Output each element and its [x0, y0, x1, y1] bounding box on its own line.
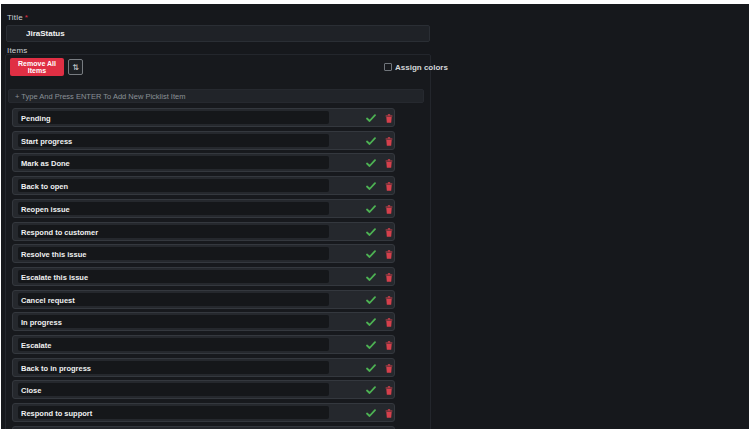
app-background: Title* Items Remove All Items ⇅ Assign c… [1, 4, 749, 429]
picklist-item-row: Pending [12, 108, 395, 127]
trash-icon [385, 114, 393, 123]
delete-item-button[interactable] [383, 408, 395, 419]
trash-icon [385, 273, 393, 282]
add-picklist-item-input[interactable] [8, 89, 424, 103]
confirm-item-button[interactable] [365, 181, 377, 192]
delete-item-button[interactable] [383, 385, 395, 396]
confirm-item-button[interactable] [365, 340, 377, 351]
assign-colors-control: Assign colors [384, 62, 448, 72]
title-field-label: Title* [7, 13, 28, 22]
picklist-item-input[interactable]: Back to open [18, 179, 329, 192]
delete-item-button[interactable] [383, 204, 395, 215]
assign-colors-checkbox[interactable] [384, 63, 392, 71]
picklist-item-label: Respond to customer [21, 228, 98, 237]
check-icon [366, 114, 376, 123]
picklist-item-row: Reopen issue [12, 199, 395, 218]
picklist-item-label: Close [21, 386, 41, 395]
confirm-item-button[interactable] [365, 363, 377, 374]
delete-item-button[interactable] [383, 249, 395, 260]
check-icon [366, 364, 376, 373]
picklist-item-input[interactable]: In progress [18, 315, 329, 328]
picklist-item-row: Close [12, 380, 395, 399]
picklist-item-label: Escalate [21, 341, 51, 350]
trash-icon [385, 250, 393, 259]
picklist-item-label: Pending [21, 114, 51, 123]
confirm-item-button[interactable] [365, 249, 377, 260]
delete-item-button[interactable] [383, 272, 395, 283]
trash-icon [385, 137, 393, 146]
remove-all-items-button[interactable]: Remove All Items [10, 58, 64, 76]
picklist-item-input[interactable]: Start progress [18, 134, 329, 147]
trash-icon [385, 386, 393, 395]
confirm-item-button[interactable] [365, 408, 377, 419]
trash-icon [385, 296, 393, 305]
assign-colors-label: Assign colors [395, 63, 448, 72]
confirm-item-button[interactable] [365, 227, 377, 238]
check-icon [366, 386, 376, 395]
picklist-item-input[interactable]: Pending [18, 111, 329, 124]
picklist-item-label: Back to in progress [21, 364, 91, 373]
picklist-item-input[interactable]: Mark as Done [18, 156, 329, 169]
delete-item-button[interactable] [383, 295, 395, 306]
check-icon [366, 250, 376, 259]
picklist-item-label: Respond to support [21, 409, 92, 418]
picklist-item-row: Back to in progress [12, 358, 395, 377]
sort-items-button[interactable]: ⇅ [68, 59, 83, 75]
trash-icon [385, 409, 393, 418]
confirm-item-button[interactable] [365, 317, 377, 328]
picklist-item-label: Back to open [21, 182, 68, 191]
delete-item-button[interactable] [383, 158, 395, 169]
picklist-item-input[interactable]: Respond to support [18, 406, 329, 419]
confirm-item-button[interactable] [365, 158, 377, 169]
picklist-item-row: Escalate this issue [12, 267, 395, 286]
confirm-item-button[interactable] [365, 136, 377, 147]
title-input[interactable] [6, 25, 430, 42]
delete-item-button[interactable] [383, 227, 395, 238]
trash-icon [385, 364, 393, 373]
delete-item-button[interactable] [383, 136, 395, 147]
picklist-item-label: Start progress [21, 137, 72, 146]
trash-icon [385, 318, 393, 327]
picklist-item-row: Cancel request [12, 290, 395, 309]
delete-item-button[interactable] [383, 181, 395, 192]
check-icon [366, 273, 376, 282]
delete-item-button[interactable] [383, 363, 395, 374]
confirm-item-button[interactable] [365, 385, 377, 396]
picklist-item-row: In progress [12, 312, 395, 331]
picklist-item-row: Waiting for approval [12, 426, 395, 429]
delete-item-button[interactable] [383, 340, 395, 351]
sort-arrows-icon: ⇅ [72, 63, 79, 72]
picklist-item-input[interactable]: Reopen issue [18, 202, 329, 215]
check-icon [366, 159, 376, 168]
picklist-item-input[interactable]: Escalate this issue [18, 270, 329, 283]
trash-icon [385, 182, 393, 191]
title-label-text: Title [7, 13, 23, 22]
confirm-item-button[interactable] [365, 272, 377, 283]
picklist-item-input[interactable]: Respond to customer [18, 225, 329, 238]
check-icon [366, 409, 376, 418]
picklist-item-row: Mark as Done [12, 153, 395, 172]
picklist-item-row: Respond to customer [12, 222, 395, 241]
picklist-item-label: Escalate this issue [21, 273, 88, 282]
picklist-item-label: Resolve this issue [21, 250, 86, 259]
picklist-item-input[interactable]: Back to in progress [18, 361, 329, 374]
trash-icon [385, 228, 393, 237]
confirm-item-button[interactable] [365, 204, 377, 215]
delete-item-button[interactable] [383, 113, 395, 124]
confirm-item-button[interactable] [365, 295, 377, 306]
check-icon [366, 205, 376, 214]
delete-item-button[interactable] [383, 317, 395, 328]
trash-icon [385, 205, 393, 214]
trash-icon [385, 341, 393, 350]
picklist-item-input[interactable]: Resolve this issue [18, 247, 329, 260]
picklist-item-row: Respond to support [12, 403, 395, 422]
picklist-item-input[interactable]: Cancel request [18, 293, 329, 306]
picklist-item-input[interactable]: Escalate [18, 338, 329, 351]
picklist-item-label: Cancel request [21, 296, 75, 305]
picklist-item-input[interactable]: Close [18, 383, 329, 396]
picklist-item-label: Reopen issue [21, 205, 70, 214]
trash-icon [385, 159, 393, 168]
confirm-item-button[interactable] [365, 113, 377, 124]
picklist-item-label: Mark as Done [21, 159, 70, 168]
picklist-item-row: Back to open [12, 176, 395, 195]
